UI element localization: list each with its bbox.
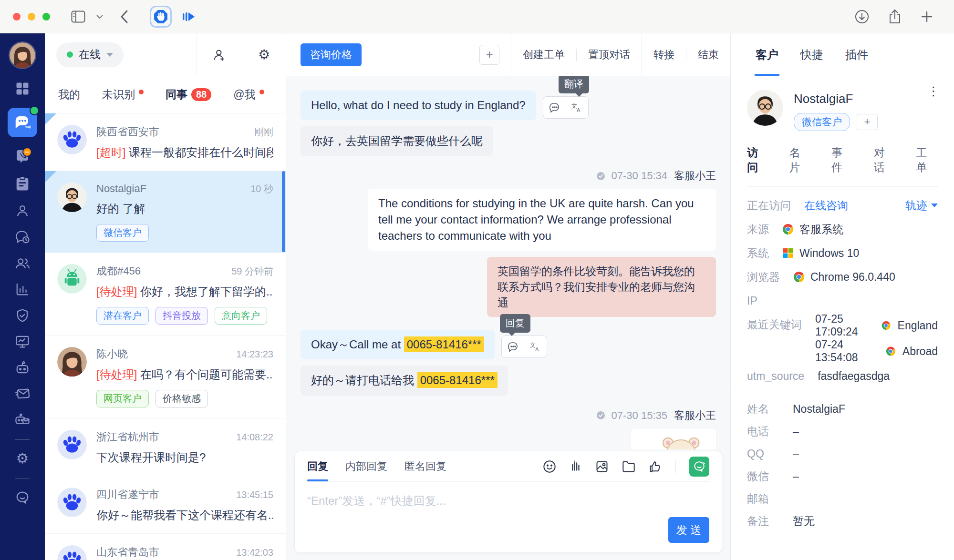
- customer-sub-tabs: 访问 名片 事件 对话 工单: [747, 131, 938, 187]
- rail-colleagues-icon[interactable]: [15, 256, 30, 270]
- rail-marketing-icon[interactable]: [15, 387, 30, 400]
- conversation-item-selected[interactable]: NostalgiaF10 秒 好的 了解 微信客户: [45, 171, 286, 253]
- voice-message-icon[interactable]: [570, 460, 582, 473]
- agent-avatar[interactable]: [9, 41, 36, 69]
- conversation-list-panel: 在线 ⚙ 我的 未识别 同事88 @我: [45, 33, 286, 560]
- visitor-message-row: 你好，去英国留学需要做些什么呢: [301, 126, 716, 156]
- customer-tag: 意向客户: [215, 307, 267, 325]
- rail-calls-icon[interactable]: –: [15, 149, 30, 164]
- composer-toolbar: [543, 457, 709, 477]
- customer-tag: 微信客户: [96, 224, 149, 242]
- toolbar-chevron-down-icon[interactable]: [96, 14, 104, 19]
- create-ticket-button[interactable]: 创建工单: [511, 48, 576, 62]
- tab-colleagues[interactable]: 同事88: [166, 87, 211, 102]
- pin-conversation-button[interactable]: 置顶对话: [577, 48, 642, 62]
- message-preview: [待处理] 你好，我想了解下留学的...: [96, 284, 273, 299]
- new-tab-icon[interactable]: [921, 10, 933, 23]
- fast-forward-icon[interactable]: [182, 11, 196, 22]
- rail-settings-icon[interactable]: ⚙: [16, 451, 29, 466]
- visitor-name: 四川省遂宁市: [96, 488, 159, 502]
- tab-visits[interactable]: 访问: [747, 145, 769, 175]
- profile-row: 姓名NostalgiaF: [747, 398, 938, 420]
- rail-conversations-icon[interactable]: [8, 108, 37, 137]
- rail-chat-history-icon[interactable]: [15, 230, 30, 244]
- composer-tabs: 回复 内部回复 匿名回复: [307, 451, 709, 482]
- rail-monitor-icon[interactable]: [15, 335, 30, 349]
- close-window-icon[interactable]: [13, 13, 21, 20]
- tab-mentions[interactable]: @我: [233, 87, 264, 102]
- visiting-page-link[interactable]: 在线咨询: [804, 198, 848, 213]
- list-settings-icon[interactable]: ⚙: [258, 47, 270, 62]
- composer-input[interactable]: “Enter”发送，“#”快捷回复...: [307, 482, 709, 509]
- tab-unidentified[interactable]: 未识别: [102, 87, 144, 102]
- conversation-tabs: 我的 未识别 同事88 @我: [45, 76, 286, 113]
- add-contact-icon[interactable]: [213, 48, 226, 61]
- toggle-sidebar-icon[interactable]: [71, 10, 85, 23]
- conversation-item[interactable]: 四川省遂宁市13:45:15 你好～能帮我看下这个课程还有名...: [45, 476, 286, 534]
- add-tag-button[interactable]: +: [857, 114, 878, 130]
- end-conversation-button[interactable]: 结束: [686, 48, 730, 62]
- thumbs-up-icon[interactable]: [649, 460, 662, 473]
- more-options-icon[interactable]: ⋮: [927, 88, 940, 95]
- agent-message: The conditions for studying in the UK ar…: [368, 189, 716, 251]
- tab-customer[interactable]: 客户: [756, 33, 778, 76]
- share-icon[interactable]: [888, 9, 902, 24]
- tab-reply[interactable]: 回复: [307, 451, 328, 481]
- emoji-icon[interactable]: [543, 460, 556, 473]
- content-blocker-icon[interactable]: [151, 7, 170, 26]
- reply-tooltip: 回复: [500, 314, 530, 333]
- keywords-row: 最近关键词 07-25 17:09:24 England 07-24 13:54…: [747, 313, 938, 364]
- customer-tag[interactable]: 微信客户: [794, 113, 850, 131]
- agent-status-selector[interactable]: 在线: [56, 42, 124, 67]
- file-icon[interactable]: [622, 460, 635, 473]
- back-icon[interactable]: [120, 10, 128, 24]
- conversation-item[interactable]: 成都#45659 分钟前 [待处理] 你好，我想了解下留学的... 潜在客户 抖…: [45, 253, 286, 336]
- image-icon[interactable]: [595, 460, 609, 473]
- minimize-window-icon[interactable]: [28, 13, 35, 20]
- rail-feedback-icon[interactable]: [15, 490, 30, 505]
- topic-tag-button[interactable]: 咨询价格: [301, 43, 362, 66]
- download-icon[interactable]: [855, 10, 869, 24]
- rail-dashboard-icon[interactable]: [15, 81, 30, 96]
- app-window: –: [0, 0, 954, 560]
- svg-text:A: A: [535, 346, 539, 352]
- conversation-item[interactable]: 浙江省杭州市14:08:22 下次课程开课时间是?: [45, 418, 286, 476]
- quote-reply-icon[interactable]: [543, 97, 566, 118]
- tab-mine[interactable]: 我的: [58, 87, 80, 102]
- last-message-time: 10 秒: [250, 183, 273, 195]
- message-preview: 下次课程开课时间是?: [96, 450, 273, 465]
- translate-icon[interactable]: 文A: [524, 336, 547, 357]
- conversation-item[interactable]: 陈小晓14:23:23 [待处理] 在吗？有个问题可能需要... 网页客户 价格…: [45, 336, 286, 418]
- app-rail: –: [0, 33, 45, 560]
- rail-bot-mail-icon[interactable]: [15, 412, 30, 427]
- os-row: 系统 Windows 10: [747, 241, 938, 265]
- keyword: Abroad: [902, 345, 938, 358]
- conversation-item[interactable]: 陕西省西安市刚刚 [超时] 课程一般都安排在什么时间段...: [45, 113, 286, 171]
- agent-status-label: 在线: [79, 47, 101, 62]
- online-status-badge: [30, 106, 39, 115]
- rail-visitors-icon[interactable]: [15, 204, 30, 218]
- rail-divider: [15, 479, 30, 479]
- conversation-item[interactable]: 山东省青岛市13:42:03 收费标准是多少呢?: [45, 534, 286, 560]
- tab-plugins[interactable]: 插件: [845, 33, 868, 76]
- rail-tickets-icon[interactable]: [15, 176, 30, 192]
- track-dropdown[interactable]: 轨迹: [905, 198, 938, 213]
- zoom-window-icon[interactable]: [42, 13, 50, 20]
- tab-internal-reply[interactable]: 内部回复: [345, 459, 387, 474]
- tab-conversations[interactable]: 对话: [874, 145, 896, 175]
- tab-events[interactable]: 事件: [831, 145, 853, 175]
- add-topic-button[interactable]: +: [479, 45, 499, 65]
- keyword-entry: 07-24 13:54:08 Abroad: [815, 338, 938, 364]
- rail-quality-icon[interactable]: [15, 308, 30, 323]
- wechat-channel-icon[interactable]: [689, 457, 709, 477]
- rail-bot-icon[interactable]: [15, 361, 30, 375]
- tab-profile-card[interactable]: 名片: [789, 145, 811, 175]
- tab-anonymous-reply[interactable]: 匿名回复: [404, 459, 446, 474]
- transfer-button[interactable]: 转接: [642, 48, 686, 62]
- rail-analytics-icon[interactable]: [15, 282, 30, 296]
- scrollbar-thumb[interactable]: [282, 171, 285, 252]
- tab-tickets[interactable]: 工单: [916, 145, 938, 175]
- agent-message-row: 英国留学的条件比较苛刻。能告诉我您的联系方式吗？我们安排专业的老师与您沟通: [301, 257, 716, 317]
- send-button[interactable]: 发 送: [668, 517, 709, 543]
- tab-shortcuts[interactable]: 快捷: [800, 33, 823, 76]
